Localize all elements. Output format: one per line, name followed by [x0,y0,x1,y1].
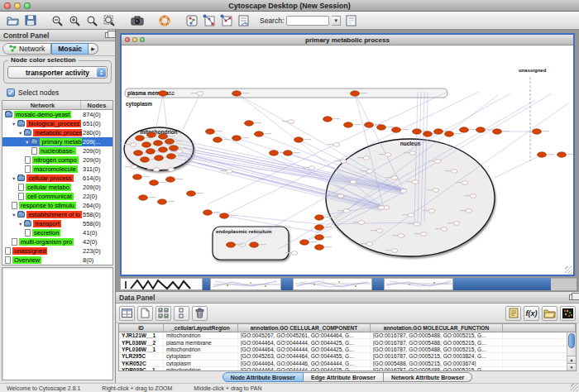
tree-row[interactable]: ▼cellular process614(0) [2,174,112,183]
tab-node-attribute-browser[interactable]: Node Attribute Browser [223,372,304,382]
background-window-preview[interactable] [293,278,372,290]
tree-row[interactable]: cellular metabo209(0) [2,183,112,192]
tree-row[interactable]: cell communicat22(0) [2,192,112,201]
help-icon[interactable] [156,13,172,28]
graph-node-selected[interactable] [155,155,164,160]
graph-node-unselected[interactable] [391,176,398,180]
table-row[interactable]: YKR052Ccytoplasm[GO:0044464, GO:0044446,… [119,361,576,367]
graph-node-selected[interactable] [158,199,167,204]
tree-column-nodes[interactable]: Nodes [81,101,112,109]
tree-item-label[interactable]: metabolic process [33,129,82,136]
zoom-selected-icon[interactable] [102,13,117,28]
tab-network-attribute-browser[interactable]: Network Attribute Browser [384,372,472,382]
graph-node-selected[interactable] [270,151,279,155]
graph-node-selected[interactable] [187,191,196,196]
graph-node-unselected[interactable] [385,153,391,157]
graph-node-unselected[interactable] [408,213,414,218]
graph-node-selected[interactable] [134,151,143,155]
function-builder-icon[interactable]: f(x) [524,306,539,321]
graph-node-selected[interactable] [213,137,223,142]
graph-node-unselected[interactable] [466,209,472,213]
delete-attribute-icon[interactable] [192,306,208,321]
graph-node-unselected[interactable] [470,194,476,198]
tree-row[interactable]: ▼establishment of lo558(0) [2,210,112,219]
graph-node-unselected[interactable] [400,189,407,194]
graph-node-unselected[interactable] [451,170,457,174]
zoom-fit-icon[interactable] [84,13,100,28]
tree-item-label[interactable]: response to stimulu [19,202,76,209]
tree-row[interactable]: mosaic-demo-yeast874(0) [2,110,112,119]
unselect-attributes-icon[interactable] [174,306,189,321]
graph-node-unselected[interactable] [168,168,175,172]
expand-arrow-icon[interactable]: ▼ [18,222,22,227]
search-settings-icon[interactable] [343,13,359,28]
graph-node-unselected[interactable] [340,160,347,164]
graph-node-selected[interactable] [166,177,175,182]
table-header-component[interactable]: annotation.GO CELLULAR_COMPONENT [238,324,371,332]
graph-node-selected[interactable] [139,195,148,200]
background-window-edge[interactable] [203,278,210,290]
graph-node-unselected[interactable] [363,156,370,160]
graph-node-selected[interactable] [227,242,236,247]
table-row[interactable]: YDR039C__1mitochondrion[GO:0044464, GO:0… [119,367,576,370]
graph-node-selected[interactable] [141,157,150,162]
graph-node-unselected[interactable] [434,160,441,164]
select-attributes-icon[interactable] [156,306,171,321]
graph-node-selected[interactable] [150,180,159,185]
graph-node-unselected[interactable] [337,194,344,198]
import-attributes-icon[interactable] [542,306,557,321]
graph-node-unselected[interactable] [288,120,294,124]
tab-mosaic[interactable]: Mosaic [51,43,89,55]
background-windows[interactable] [120,278,577,290]
window-resize-grip[interactable] [571,384,578,391]
graph-node-selected[interactable] [538,152,547,157]
expand-arrow-icon[interactable]: ▼ [12,122,16,127]
scrollbar-thumb[interactable] [568,333,575,348]
graph-node-selected[interactable] [392,127,401,132]
network-view-titlebar[interactable]: primary metabolic process [122,35,573,45]
graph-node-selected[interactable] [159,134,168,139]
graph-node-selected[interactable] [423,131,433,136]
tree-item-label[interactable]: cell communicat [26,193,74,200]
graph-node-unselected[interactable] [309,166,315,170]
tab-network[interactable]: Network [2,43,51,55]
graph-node-selected[interactable] [170,146,179,151]
tree-row[interactable]: ▼transport558(0) [2,219,112,228]
tree-item-label[interactable]: primary metabo [40,138,82,146]
expand-arrow-icon[interactable]: ▼ [12,176,16,181]
tab-overflow-icon[interactable]: ▶ [89,43,98,55]
graph-node-selected[interactable] [146,149,156,154]
table-header-id[interactable]: ID [119,324,164,332]
graph-node-selected[interactable] [533,129,542,134]
graph-node-unselected[interactable] [333,143,340,147]
graph-node-selected[interactable] [557,152,567,157]
matrix-icon[interactable] [560,306,576,321]
tree-row[interactable]: nitrogen compo209(0) [2,155,112,165]
graph-node-unselected[interactable] [391,249,398,253]
network-nodes-icon-a[interactable] [201,13,217,28]
graph-node-unselected[interactable] [433,189,439,193]
graph-node-unselected[interactable] [358,221,365,225]
new-attribute-icon[interactable] [137,306,153,321]
graph-node-unselected[interactable] [131,165,137,170]
graph-node-selected[interactable] [147,132,156,137]
zoom-out-icon[interactable] [50,13,65,28]
tree-row[interactable]: ▼biological_process651(0) [2,119,112,128]
graph-node-selected[interactable] [315,245,324,250]
graph-node-selected[interactable] [133,174,142,179]
graph-node-selected[interactable] [245,121,254,126]
background-window-edge[interactable] [372,278,384,290]
expand-arrow-icon[interactable]: ▼ [25,140,29,145]
tree-item-label[interactable]: transport [33,220,61,227]
network-overview-panel[interactable] [2,267,113,380]
graph-node-unselected[interactable] [197,92,203,96]
graph-node-selected[interactable] [476,127,486,132]
graph-node-unselected[interactable] [291,251,298,256]
tree-item-label[interactable]: nitrogen compo [32,156,79,164]
graph-node-unselected[interactable] [226,170,232,174]
graph-node-selected[interactable] [165,139,175,144]
table-row[interactable]: YLR295Ccytoplasm[GO:0045263, GO:0044464,… [119,353,576,360]
tree-row[interactable]: nucleobase-209(0) [2,146,112,155]
table-row[interactable]: YPL036W__1mitochondrion[GO:0044464, GO:0… [119,347,576,353]
tree-item-label[interactable]: cellular metabo [26,184,71,191]
